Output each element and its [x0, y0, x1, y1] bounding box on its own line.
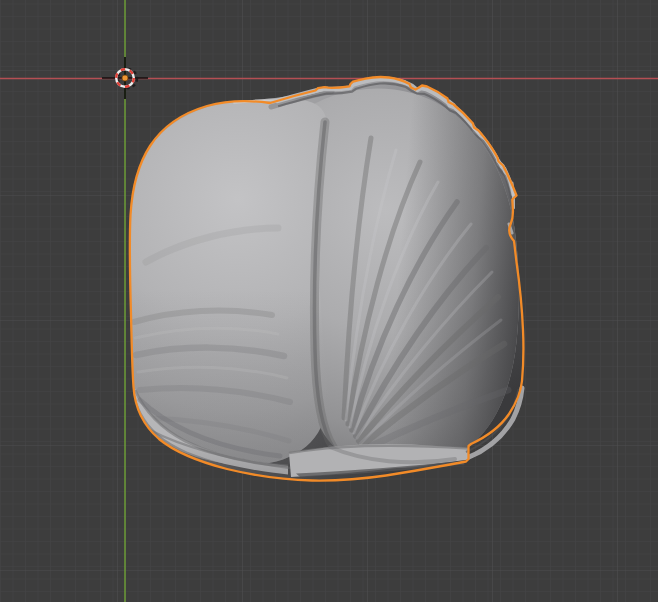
viewport-canvas[interactable] [0, 0, 658, 602]
selected-mesh-object[interactable] [130, 77, 524, 481]
blender-3d-viewport[interactable] [0, 0, 658, 602]
object-origin-dot [122, 75, 128, 81]
mesh-left-lobe-shading [130, 99, 328, 465]
